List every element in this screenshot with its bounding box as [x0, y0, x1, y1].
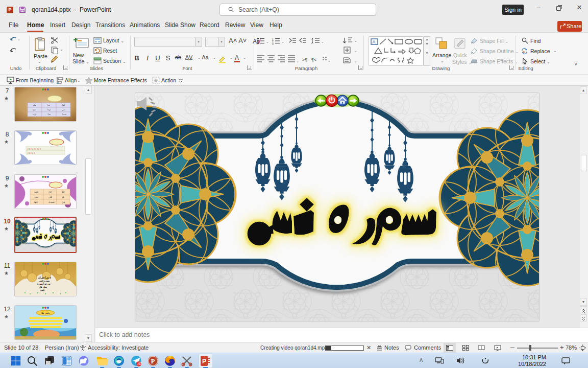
svg-text:تمر: تمر [62, 108, 65, 111]
svg-text:>¶: >¶ [302, 57, 307, 62]
svg-text:چهار قل: چهار قل [39, 286, 47, 288]
svg-text:⌄: ⌄ [17, 37, 20, 41]
svg-text:مُحدثَ: مُحدثَ [48, 201, 55, 203]
svg-text:⌄: ⌄ [354, 59, 357, 63]
svg-text:P: P [202, 358, 206, 365]
svg-text:⌄: ⌄ [296, 59, 299, 63]
svg-text:.47: .47 [137, 362, 142, 365]
svg-text:⌄: ⌄ [281, 40, 284, 43]
svg-text:كلٮٔ: كلٮٔ [34, 191, 39, 193]
svg-text:3: 3 [272, 42, 274, 45]
svg-text:ناس: ناس [40, 289, 44, 291]
svg-text:⌄: ⌄ [266, 40, 269, 43]
svg-text:ارذا: ارذا [47, 108, 51, 111]
svg-text:انبها: انبها [34, 201, 38, 203]
svg-text:⌄: ⌄ [354, 49, 357, 53]
svg-text:كُلى: كُلى [48, 195, 53, 198]
svg-text:و و و و و و و و و: و و و و و و و و و [27, 147, 41, 150]
svg-text:و و و و و: و و و و و [27, 151, 35, 154]
svg-text:نمئ: نمئ [34, 196, 38, 198]
svg-text:⌄: ⌄ [328, 59, 331, 62]
svg-text:لحها: لحها [33, 108, 36, 111]
svg-text:⌄: ⌄ [354, 39, 357, 42]
svg-text:سـنـا: سـنـا [62, 113, 67, 116]
svg-text:الَمْ: الَمْ [62, 190, 64, 194]
svg-text:عِرَ: عِرَ [61, 196, 64, 198]
svg-text:لا تقرأ القرآن: لا تقرأ القرآن [38, 276, 51, 279]
svg-text:پاسر طا: پاسر طا [41, 311, 50, 315]
svg-text:⌄: ⌄ [321, 40, 324, 43]
svg-text:الىّ: الىّ [48, 191, 52, 193]
svg-text:P: P [151, 357, 155, 365]
svg-text:A: A [373, 39, 376, 44]
svg-text:كما: كما [62, 104, 65, 106]
svg-text:مِىْ: مِىْ [62, 201, 65, 203]
svg-text:¶<: ¶< [311, 57, 316, 62]
svg-text:سلر: سلر [32, 104, 37, 106]
svg-text:b: b [523, 50, 525, 54]
svg-text:فـا: فـا [47, 104, 50, 106]
svg-text:سوره ناس: سوره ناس [39, 280, 50, 282]
svg-text:من قرأ سورة: من قرأ سورة [37, 282, 51, 285]
svg-text:هبّ: هبّ [47, 113, 51, 116]
svg-text:ازدنا: ازدنا [33, 113, 36, 116]
